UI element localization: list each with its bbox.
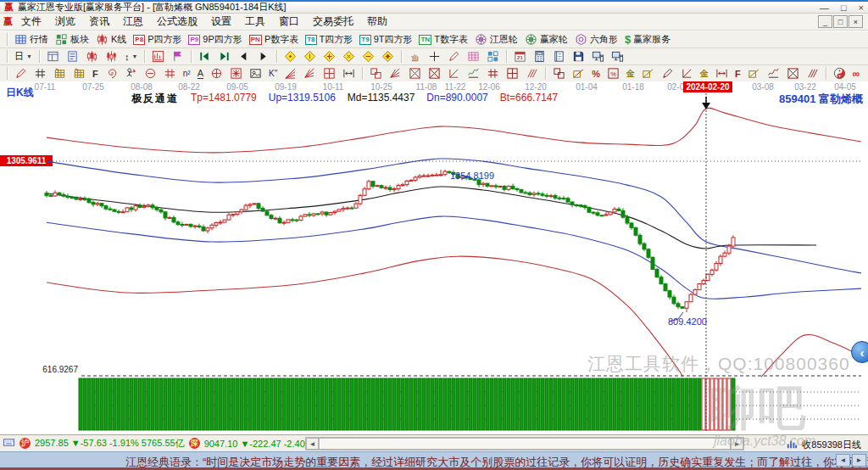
gann-square-gold-button[interactable] <box>50 66 70 81</box>
gann-width-arrows-button[interactable] <box>339 66 359 81</box>
crosshair-plus-button[interactable] <box>425 49 444 64</box>
market-quotes-button[interactable]: 行情 <box>11 32 52 48</box>
nine-p-square-button[interactable]: P99P四方形 <box>185 32 245 48</box>
gann-k-note-button[interactable]: K" <box>265 66 281 81</box>
menu-item-8[interactable]: 窗口 <box>272 13 306 31</box>
menu-item-6[interactable]: 设置 <box>204 13 238 31</box>
gann-figure-flag-button[interactable] <box>121 66 141 81</box>
gann-spiral-button[interactable] <box>102 66 121 81</box>
pan-hand-button[interactable] <box>405 49 425 64</box>
close-button[interactable]: × <box>859 3 864 13</box>
p-square-button[interactable]: P8P四方形 <box>130 32 185 48</box>
sector-blocks-button[interactable]: 板块 <box>52 32 92 48</box>
ratio-percent-line-button[interactable] <box>569 66 588 81</box>
link-pc-button[interactable] <box>608 49 627 64</box>
p-number-table-button[interactable]: PNP数字表 <box>246 32 302 48</box>
calculator-tool-button[interactable] <box>530 49 549 64</box>
gann-star-box-button[interactable] <box>226 66 246 81</box>
board-list-button[interactable] <box>63 49 82 64</box>
gann-diamond-plus-button[interactable] <box>320 49 339 64</box>
nav-prev-button[interactable] <box>234 49 253 64</box>
ratio-gold-3-button[interactable]: 金 <box>697 66 712 81</box>
ratio-gold-2-button[interactable] <box>638 66 658 81</box>
gann-diamond-h-button[interactable] <box>359 49 378 64</box>
ratio-percent-box-button[interactable]: % <box>604 66 623 81</box>
menu-item-4[interactable]: 江恩 <box>116 13 150 31</box>
nav-first-button[interactable] <box>195 49 214 64</box>
tool-pen-angle-button[interactable] <box>444 66 464 81</box>
t-number-table-button[interactable]: TNT数字表 <box>415 32 470 48</box>
tool-box-pair-button[interactable] <box>366 66 386 81</box>
ratio-slope-button[interactable] <box>803 66 822 81</box>
marquee-left-button[interactable]: ◄ <box>836 454 850 467</box>
gann-n-square-button[interactable]: n² <box>180 66 194 81</box>
gann-wheel-button[interactable]: 江恩轮 <box>471 32 521 48</box>
marquee-right-button[interactable]: ► <box>852 454 866 467</box>
panel-toggle-button[interactable]: ‹ <box>851 341 868 363</box>
minimize-button[interactable]: — <box>820 3 829 13</box>
nav-next-button[interactable] <box>253 49 273 64</box>
menu-item-3[interactable]: 资讯 <box>82 13 116 31</box>
gann-diamond-x-button[interactable] <box>339 49 359 64</box>
window-layout-button[interactable] <box>43 49 63 64</box>
gann-circle-minus-button[interactable] <box>141 66 160 81</box>
kline-style-a-button[interactable] <box>82 49 102 64</box>
tool-diag-grid-2-button[interactable] <box>425 66 444 81</box>
ratio-f-button[interactable]: F <box>732 66 744 81</box>
keyboard-wizard-icon[interactable] <box>3 436 15 450</box>
ratio-wave-button[interactable] <box>764 66 783 81</box>
menu-item-5[interactable]: 公式选股 <box>150 13 204 31</box>
mdi-close-button[interactable]: × <box>849 15 863 28</box>
draw-pencil-button[interactable] <box>11 66 31 81</box>
winner-service-button[interactable]: $赢家服务 <box>621 32 674 48</box>
gann-time-lines-button[interactable] <box>31 66 50 81</box>
nine-t-square-button[interactable]: T99T四方形 <box>356 32 415 48</box>
gann-diamond-v-button[interactable] <box>300 49 320 64</box>
mdi-minimize-button[interactable]: _ <box>818 15 832 28</box>
gann-circle-cross-button[interactable] <box>207 66 226 81</box>
infinity-tool-button[interactable]: ∞ <box>849 66 864 81</box>
draw-pen-red-button[interactable] <box>444 49 464 64</box>
gann-grid-lines-button[interactable] <box>160 66 180 81</box>
tool-rays-button[interactable] <box>386 66 405 81</box>
ratio-gold-4-button[interactable] <box>744 66 764 81</box>
ratio-diag-box-button[interactable] <box>783 66 803 81</box>
menu-item-1[interactable]: 文件 <box>14 13 48 31</box>
gann-fan-red-button[interactable] <box>281 66 300 81</box>
ratio-pen-button[interactable] <box>658 66 677 81</box>
menu-item-2[interactable]: 浏览 <box>48 13 82 31</box>
horizontal-scrollbar[interactable]: ◄ ► <box>305 437 744 450</box>
gann-angle-a-button[interactable]: A <box>194 66 207 81</box>
tool-slashes-button[interactable] <box>522 66 542 81</box>
save-disk-button[interactable] <box>569 49 588 64</box>
tool-diag-grid-button[interactable] <box>405 66 425 81</box>
menu-item-10[interactable]: 帮助 <box>360 13 394 31</box>
ratio-box-pair-button[interactable] <box>549 66 569 81</box>
hexagon-tool-button[interactable]: 六角形 <box>571 32 621 48</box>
ratio-percent-button[interactable]: % <box>588 66 604 81</box>
notebook-tool-button[interactable] <box>549 49 569 64</box>
t-square-button[interactable]: T8T四方形 <box>302 32 356 48</box>
gann-window-grid-button[interactable] <box>320 66 339 81</box>
scroll-left-arrow[interactable]: ◄ <box>306 438 319 450</box>
gann-photo-button[interactable] <box>246 66 265 81</box>
mdi-restore-button[interactable]: □ <box>833 15 848 28</box>
multi-blocks-button[interactable] <box>483 49 503 64</box>
gann-fibonacci-f-button[interactable]: F <box>89 66 102 81</box>
nav-last-button[interactable] <box>214 49 234 64</box>
yin-yang-button[interactable] <box>830 66 849 81</box>
restore-button[interactable]: □ <box>841 3 847 13</box>
menu-item-9[interactable]: 交易委托 <box>306 13 360 31</box>
gann-square-gold-2-button[interactable] <box>70 66 89 81</box>
gann-rays-red-button[interactable] <box>300 66 320 81</box>
chips-distribution-button[interactable] <box>148 49 168 64</box>
kline-style-b-button[interactable] <box>102 49 121 64</box>
export-pc-button[interactable] <box>588 49 608 64</box>
kline-chart-button[interactable]: K线 <box>92 32 130 48</box>
flag-marker-button[interactable] <box>168 49 187 64</box>
scrollbar-thumb[interactable] <box>319 438 731 450</box>
ratio-gold-1-button[interactable]: 金 <box>623 66 638 81</box>
tool-box-grid-button[interactable] <box>503 66 522 81</box>
ratio-up-arrows-button[interactable] <box>712 66 732 81</box>
calendar-tool-button[interactable]: 21 <box>510 49 530 64</box>
